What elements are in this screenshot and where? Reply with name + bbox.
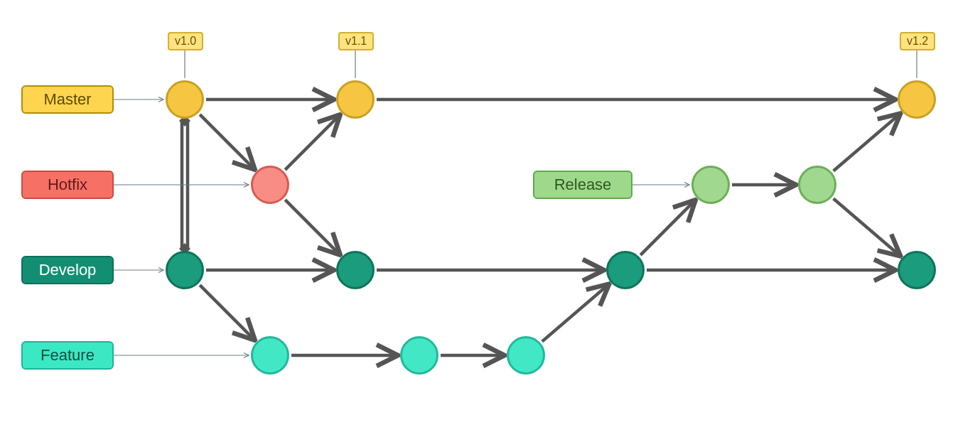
commit-m1 (166, 80, 204, 119)
svg-line-15 (834, 199, 900, 257)
commit-r2 (798, 166, 836, 204)
commit-f2 (400, 336, 438, 375)
svg-line-11 (542, 284, 609, 342)
commit-d3 (606, 251, 645, 289)
svg-line-8 (200, 285, 255, 340)
svg-line-2 (200, 114, 255, 170)
commit-d4 (898, 251, 936, 289)
branch-label-hotfix: Hotfix (21, 171, 114, 199)
commit-d1 (166, 251, 204, 289)
svg-line-3 (285, 114, 340, 170)
svg-line-12 (640, 200, 696, 255)
branch-label-release: Release (533, 171, 632, 199)
commit-h1 (251, 166, 289, 204)
branch-label-feature: Feature (21, 341, 114, 370)
svg-line-4 (285, 200, 340, 255)
branch-label-develop: Develop (21, 256, 114, 284)
commit-r1 (691, 166, 730, 204)
version-tag-2: v1.1 (338, 32, 374, 50)
commit-f3 (507, 336, 545, 375)
svg-line-14 (834, 114, 900, 171)
branch-label-master: Master (21, 85, 114, 114)
git-graph-wires (0, 0, 980, 425)
version-tag-3: v1.2 (900, 32, 935, 50)
commit-d2 (336, 251, 375, 289)
commit-m2 (336, 80, 375, 119)
commit-m3 (898, 80, 936, 119)
version-tag-1: v1.0 (168, 32, 203, 50)
commit-f1 (251, 336, 289, 375)
